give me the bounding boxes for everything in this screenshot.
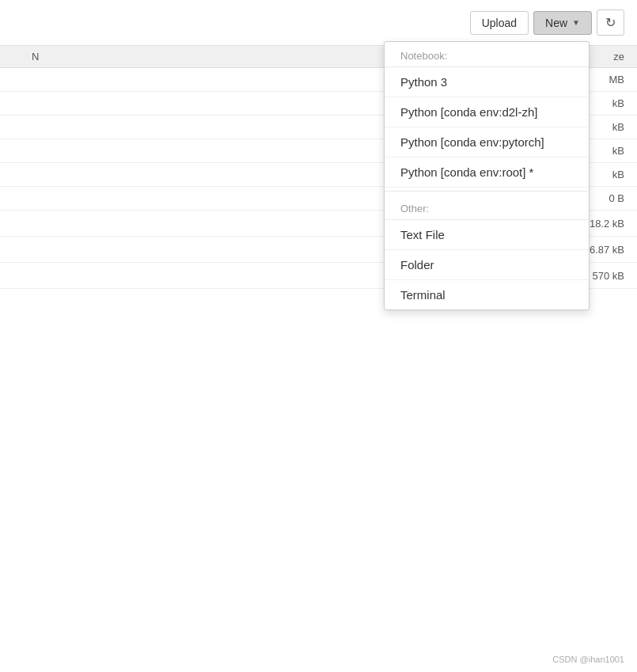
new-python3-item[interactable]: Python 3 (385, 67, 589, 97)
new-conda-d2l-item[interactable]: Python [conda env:d2l-zh] (385, 97, 589, 127)
toolbar: Upload New ▼ ↻ (0, 0, 637, 46)
dropdown-separator (385, 191, 589, 192)
refresh-button[interactable]: ↻ (597, 9, 624, 36)
main-content: Upload New ▼ ↻ N ze MB kB kB (0, 0, 637, 672)
other-section-header: Other: (385, 195, 589, 220)
chevron-down-icon: ▼ (572, 18, 580, 27)
upload-button[interactable]: Upload (470, 11, 529, 35)
new-folder-item[interactable]: Folder (385, 250, 589, 280)
watermark: CSDN @ihan1001 (552, 655, 624, 664)
new-button[interactable]: New ▼ (533, 11, 592, 35)
new-terminal-item[interactable]: Terminal (385, 280, 589, 309)
new-conda-pytorch-item[interactable]: Python [conda env:pytorch] (385, 127, 589, 158)
new-dropdown-menu: Notebook: Python 3 Python [conda env:d2l… (384, 41, 590, 310)
notebook-section-header: Notebook: (385, 42, 589, 67)
new-button-label: New (545, 17, 567, 29)
new-text-file-item[interactable]: Text File (385, 220, 589, 250)
new-conda-root-item[interactable]: Python [conda env:root] * (385, 158, 589, 188)
